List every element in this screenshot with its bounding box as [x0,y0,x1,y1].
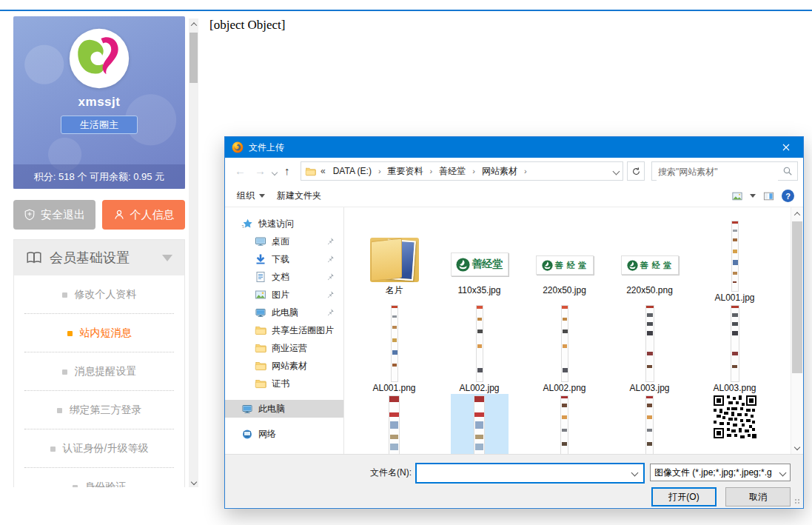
file-item[interactable] [352,394,437,454]
menu-header[interactable]: 会员基础设置 [14,240,184,275]
logout-button[interactable]: 安全退出 [13,200,95,230]
file-item[interactable]: 善 经 堂 220x50.png [607,213,692,296]
tree-item[interactable]: 此电脑 [225,400,343,418]
file-item[interactable]: AL002.png [522,304,607,394]
menu-item[interactable]: 认证身份/升级等级 [14,429,184,468]
preview-pane-icon[interactable] [762,191,775,201]
file-item[interactable]: AL003.png [692,304,777,375]
file-item[interactable]: 善 经 堂 220x50.jpg [522,213,607,296]
file-item[interactable]: 善经堂 110x35.jpg [437,213,522,296]
cancel-button[interactable]: 取消 [725,487,791,506]
dialog-titlebar[interactable]: 文件上传 [225,137,803,158]
menu-item[interactable]: 消息提醒设置 [14,352,184,391]
scroll-down-icon[interactable] [189,476,198,487]
filename-input[interactable] [419,465,629,481]
tree-item[interactable]: 快速访问 [225,215,343,233]
breadcrumb-item[interactable]: DATA (E:) [330,166,375,176]
view-mode-dropdown-icon[interactable] [750,194,756,198]
menu-item[interactable]: 绑定第三方登录 [14,391,184,429]
menu-item[interactable]: 修改个人资料 [14,275,184,314]
pin-icon [326,290,335,299]
firefox-icon [232,141,244,153]
search-input[interactable] [657,163,778,181]
profile-info-button[interactable]: 个人信息 [102,200,185,230]
tree-item[interactable]: 桌面 [225,233,343,250]
history-dropdown-icon[interactable] [272,170,278,175]
this-pc-icon [255,307,266,318]
address-dropdown-icon[interactable] [613,168,620,175]
view-mode-icon[interactable] [731,191,743,201]
search-icon[interactable] [782,166,793,176]
tree-item[interactable]: 图片 [225,286,343,304]
new-folder-button[interactable]: 新建文件夹 [272,185,326,207]
back-icon[interactable] [235,164,246,178]
organize-button[interactable]: 组织 [232,185,269,207]
tree-item[interactable]: 下载 [225,250,343,268]
role-badge-button[interactable]: 生活圈主 [61,116,138,134]
breadcrumb-item[interactable]: 网站素材 [479,165,520,178]
file-item[interactable]: AL001.png [352,304,437,394]
file-item[interactable] [437,394,522,454]
scroll-up-icon[interactable] [189,19,198,30]
chevron-down-icon[interactable] [631,469,639,477]
tree-item-label: 下载 [272,253,289,266]
profile-label: 个人信息 [130,208,175,222]
scroll-down-icon[interactable] [791,441,803,453]
tree-item[interactable]: 此电脑 [225,304,343,321]
file-thumbnail [645,305,654,382]
file-item[interactable]: AL001.jpg [692,213,777,304]
file-item[interactable]: 名片 [352,213,437,296]
scroll-up-icon[interactable] [791,208,803,220]
breadcrumb-separator-icon[interactable]: › [428,167,435,175]
tree-item[interactable]: 共享生活圈图片 [225,321,343,339]
file-item[interactable] [522,394,607,454]
breadcrumb-separator-icon[interactable]: › [522,167,529,175]
tree-item[interactable]: 文档 [225,268,343,286]
tree-item[interactable]: 商业运营 [225,339,343,357]
menu-item[interactable]: 站内短消息 [14,314,184,352]
pin-icon [326,308,335,317]
folder-icon [255,360,266,372]
logout-label: 安全退出 [41,208,85,222]
menu-list: 修改个人资料 站内短消息 消息提醒设置 绑定第三方登录 [14,275,184,487]
up-icon[interactable] [284,164,290,178]
bullet-icon [50,447,56,452]
close-button[interactable] [769,137,803,158]
help-icon[interactable] [782,190,794,202]
file-item[interactable]: AL003.jpg [607,304,692,394]
menu-item[interactable]: 身份验证 [14,468,184,487]
address-bar[interactable]: « DATA (E:) › 重要资料 › 善经堂 › 网站素材 › [301,161,623,181]
file-item[interactable] [692,394,777,454]
breadcrumb-separator-icon[interactable]: › [470,167,477,175]
filetype-select[interactable]: 图像文件 (*.jpe;*.jpg;*.jpeg;*.g [650,464,791,481]
open-button[interactable]: 打开(O) [651,487,717,506]
filename-combobox[interactable] [415,463,645,484]
file-thumbnail [370,238,419,282]
tree-item[interactable]: 证书 [225,375,343,392]
person-icon [113,209,125,221]
file-item[interactable]: AL002.jpg [437,304,522,394]
sidebar-scrollbar[interactable] [189,19,198,487]
breadcrumb-separator-icon[interactable]: › [376,167,383,175]
resize-grip[interactable] [794,498,801,505]
file-label: AL002.png [543,382,585,394]
file-item[interactable] [607,394,692,454]
documents-icon [255,271,266,283]
tree-item[interactable]: 网站素材 [225,357,343,375]
page: xmssjt 生活圈主 积分: 518 个 可用余额: 0.95 元 安全退出 … [0,0,812,525]
breadcrumb-item[interactable]: 善经堂 [436,165,469,178]
downloads-icon [255,253,266,265]
scrollbar-thumb[interactable] [189,33,198,83]
forward-icon[interactable] [255,164,266,178]
dialog-body: 快速访问 桌面 下载 [225,207,803,454]
sidebar-actions: 安全退出 个人信息 [13,200,185,230]
scrollbar-thumb[interactable] [792,221,802,373]
file-thumbnail: 善 经 堂 [536,255,594,275]
breadcrumb-item[interactable]: 重要资料 [385,165,426,178]
brand-leaf-icon [456,258,470,272]
search-box[interactable] [651,161,798,181]
refresh-button[interactable] [627,161,645,181]
file-list-scrollbar[interactable] [791,207,803,454]
tree-item-label: 此电脑 [258,403,285,415]
tree-item[interactable]: 网络 [225,425,343,443]
